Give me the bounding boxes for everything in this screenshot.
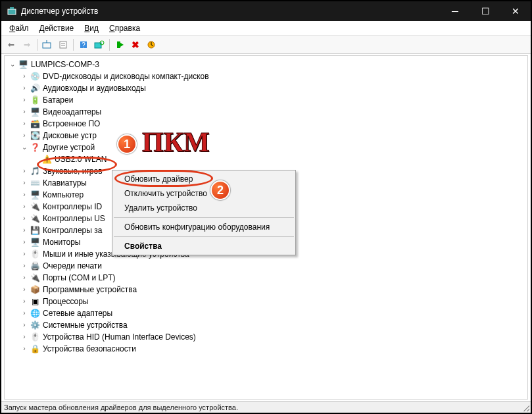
menubar: Файл Действие Вид Справка [1, 21, 531, 36]
status-text: Запуск мастера обновления драйверов для … [4, 403, 238, 411]
titlebar: Диспетчер устройств ─ ☐ ✕ [1, 1, 531, 21]
tree-root[interactable]: ⌄ 🖥️ LUMPICS-COMP-3 [9, 59, 527, 70]
display-icon: 🖥️ [30, 107, 40, 117]
tree-item[interactable]: ›🗃️Встроенное ПО [9, 118, 527, 130]
sound-icon: 🎵 [30, 166, 40, 176]
tree-item[interactable]: ›🖨️Очереди печати [9, 260, 527, 272]
tree-item[interactable]: ›🔒Устройства безопасности [9, 343, 527, 355]
menu-view[interactable]: Вид [79, 22, 104, 34]
cm-rescan[interactable]: Обновить конфигурацию оборудования [112, 220, 295, 234]
help-button[interactable]: ? [76, 38, 91, 52]
tree-item[interactable]: ›⚙️Системные устройства [9, 319, 527, 331]
mouse-icon: 🖱️ [30, 249, 40, 259]
maximize-button[interactable]: ☐ [470, 1, 500, 21]
other-icon: ❓ [30, 142, 40, 153]
cm-update-driver[interactable]: Обновить драйвер [112, 172, 295, 186]
tree-item[interactable]: ›💿DVD-дисководы и дисководы компакт-диск… [9, 70, 527, 82]
dvd-icon: 💿 [30, 71, 40, 82]
toolbar: ⇐ ⇒ ? ✖ [1, 36, 531, 54]
nav-back-button[interactable]: ⇐ [4, 38, 18, 52]
hid-icon: 🖱️ [30, 332, 40, 342]
statusbar: Запуск мастера обновления драйверов для … [1, 401, 531, 413]
disk-icon: 💽 [30, 130, 40, 141]
svg-rect-4 [60, 41, 66, 48]
svg-rect-11 [117, 41, 120, 48]
scan-button[interactable] [92, 38, 107, 52]
disable-button[interactable] [144, 38, 158, 52]
cpu-icon: ▣ [30, 296, 40, 307]
computer-icon: 🖥️ [18, 59, 28, 70]
context-menu: Обновить драйвер Отключить устройство Уд… [112, 170, 296, 255]
svg-rect-1 [10, 7, 14, 9]
root-label: LUMPICS-COMP-3 [31, 59, 99, 70]
tree-item[interactable]: ›📦Программные устройства [9, 284, 527, 296]
properties-button[interactable] [56, 38, 70, 52]
storage-icon: 💾 [30, 225, 40, 236]
close-button[interactable]: ✕ [500, 1, 531, 21]
tree-item[interactable]: ›🖥️Видеоадаптеры [9, 106, 527, 118]
cm-separator [114, 236, 294, 237]
resize-grip[interactable] [521, 403, 529, 411]
battery-icon: 🔋 [30, 95, 40, 105]
cm-separator [114, 217, 294, 218]
svg-rect-2 [43, 43, 51, 48]
cm-disable-device[interactable]: Отключить устройство [112, 186, 295, 201]
system-icon: ⚙️ [30, 320, 40, 330]
update-driver-button[interactable] [112, 38, 127, 52]
tree-item[interactable]: ›🔋Батареи [9, 94, 527, 106]
tree-item[interactable]: ›🌐Сетевые адаптеры [9, 307, 527, 319]
tree-item[interactable]: ›🖱️Устройства HID (Human Interface Devic… [9, 331, 527, 343]
monitor-icon: 🖥️ [30, 237, 40, 247]
warning-icon: ⚠️ [41, 154, 52, 165]
window-title: Диспетчер устройств [21, 7, 98, 16]
pc-icon: 🖥️ [30, 190, 40, 200]
menu-file[interactable]: Файл [4, 22, 34, 34]
nav-fwd-button[interactable]: ⇒ [20, 38, 34, 52]
tree-item[interactable]: ›💽Дисковые устр [9, 130, 527, 142]
cm-properties[interactable]: Свойства [112, 239, 295, 253]
tree-item[interactable]: ›▣Процессоры [9, 296, 527, 307]
show-hidden-button[interactable] [40, 38, 55, 52]
firmware-icon: 🗃️ [30, 118, 40, 129]
svg-rect-0 [8, 9, 16, 14]
network-icon: 🌐 [30, 308, 40, 319]
tree-item-selected[interactable]: ·⚠️USB2.0 WLAN [9, 153, 527, 165]
app-icon [7, 6, 17, 16]
cm-remove-device[interactable]: Удалить устройство [112, 201, 295, 215]
port-icon: 🔌 [30, 272, 40, 283]
svg-text:?: ? [82, 41, 85, 49]
menu-action[interactable]: Действие [34, 22, 80, 34]
security-icon: 🔒 [30, 344, 40, 354]
usb-icon: 🔌 [30, 213, 40, 224]
tree-item[interactable]: ›🔌Порты (COM и LPT) [9, 272, 527, 284]
tree-item-other[interactable]: ⌄❓Другие устрой [9, 142, 527, 153]
ide-icon: 🔌 [30, 201, 40, 212]
minimize-button[interactable]: ─ [440, 1, 470, 21]
keyboard-icon: ⌨️ [30, 178, 40, 188]
tree-item[interactable]: ›🔊Аудиовходы и аудиовыходы [9, 82, 527, 94]
print-icon: 🖨️ [30, 261, 40, 271]
audio-icon: 🔊 [30, 83, 40, 93]
uninstall-button[interactable]: ✖ [128, 38, 143, 52]
menu-help[interactable]: Справка [104, 22, 145, 34]
software-icon: 📦 [30, 284, 40, 295]
